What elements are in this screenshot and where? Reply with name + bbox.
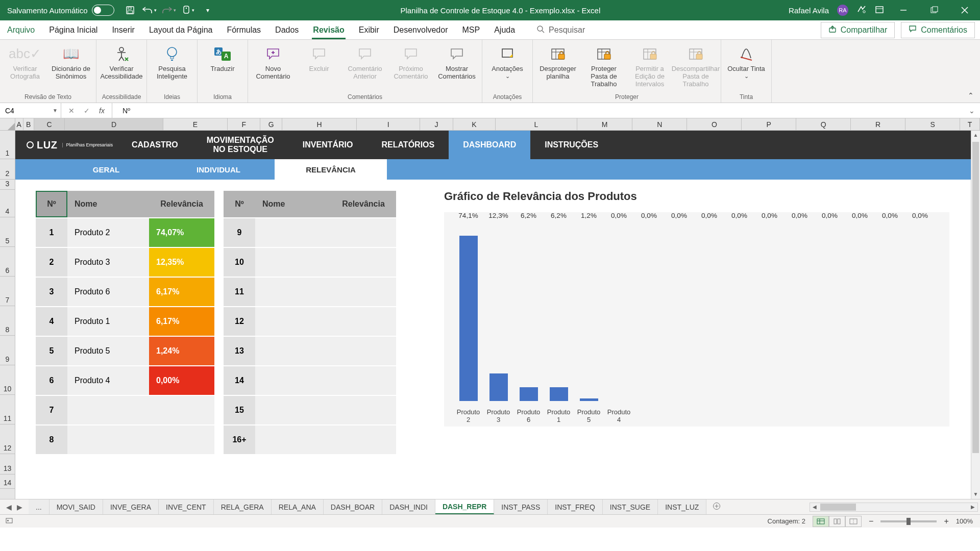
- dash-nav-dashboard[interactable]: DASHBOARD: [449, 131, 530, 159]
- row-index[interactable]: 14: [224, 366, 255, 395]
- qat-customize-icon[interactable]: ▾: [203, 6, 212, 15]
- col-header-S[interactable]: S: [905, 118, 960, 130]
- row-name[interactable]: Produto 4: [67, 366, 149, 395]
- row-value[interactable]: [149, 396, 214, 424]
- dash-subnav-individual[interactable]: INDIVIDUAL: [162, 159, 275, 180]
- row-value[interactable]: [331, 366, 396, 395]
- cmd-anotacoes[interactable]: Anotações⌄: [485, 43, 529, 92]
- zoom-slider[interactable]: [880, 520, 937, 522]
- row-value[interactable]: [331, 218, 396, 247]
- sheet-tab-inst_freq[interactable]: INST_FREQ: [548, 499, 603, 514]
- row-header-6[interactable]: 6: [0, 247, 15, 277]
- row-header-14[interactable]: 14: [0, 474, 15, 489]
- row-index[interactable]: 7: [36, 396, 67, 424]
- row-value[interactable]: 6,17%: [149, 278, 214, 306]
- row-name[interactable]: [255, 425, 331, 454]
- col-header-nome[interactable]: Nome: [67, 191, 149, 217]
- expand-formula-bar-icon[interactable]: ⌄: [964, 107, 980, 115]
- tab-dados[interactable]: Dados: [268, 20, 306, 39]
- row-index[interactable]: 3: [36, 278, 67, 306]
- tab-desenvolvedor[interactable]: Desenvolvedor: [386, 20, 455, 39]
- row-header-8[interactable]: 8: [0, 306, 15, 336]
- tab-nav-prev-icon[interactable]: ◀: [6, 503, 12, 511]
- tab-nav-next-icon[interactable]: ▶: [17, 503, 22, 511]
- row-value[interactable]: 6,17%: [149, 307, 214, 336]
- ribbon-display-icon[interactable]: [875, 5, 884, 16]
- dash-subnav-relevância[interactable]: RELEVÂNCIA: [275, 159, 387, 180]
- row-header-7[interactable]: 7: [0, 277, 15, 306]
- row-index[interactable]: 9: [224, 218, 255, 247]
- select-all-corner[interactable]: [0, 118, 15, 130]
- collapse-ribbon-icon[interactable]: ⌃: [968, 91, 974, 99]
- dash-nav-relat-rios[interactable]: RELATÓRIOS: [367, 131, 449, 159]
- row-index[interactable]: 15: [224, 396, 255, 424]
- col-header-relevancia[interactable]: Relevância: [331, 191, 396, 217]
- cmd-traduzir[interactable]: あATraduzir: [201, 43, 244, 92]
- row-value[interactable]: [331, 248, 396, 277]
- row-value[interactable]: 1,24%: [149, 337, 214, 365]
- col-header-T[interactable]: T: [960, 118, 980, 130]
- cmd-ocultar-tinta[interactable]: Ocultar Tinta⌄: [724, 43, 768, 92]
- dash-nav-cadastro[interactable]: CADASTRO: [117, 131, 192, 159]
- close-button[interactable]: [953, 0, 976, 20]
- coming-soon-icon[interactable]: [856, 5, 867, 16]
- col-header-K[interactable]: K: [453, 118, 496, 130]
- col-header-G[interactable]: G: [260, 118, 282, 130]
- grid-canvas[interactable]: LUZ Planilhas Empresariais CADASTROMOVIM…: [15, 131, 980, 499]
- sheet-tab-inve_gera[interactable]: INVE_GERA: [103, 499, 159, 514]
- col-header-R[interactable]: R: [851, 118, 905, 130]
- dash-nav-instru-es[interactable]: INSTRUÇÕES: [530, 131, 612, 159]
- cmd-mostrar-comentarios[interactable]: Mostrar Comentários: [435, 43, 479, 92]
- row-name[interactable]: Produto 6: [67, 278, 149, 306]
- autosave-toggle[interactable]: Salvamento Automático: [7, 5, 114, 16]
- tab-p-gina-inicial[interactable]: Página Inicial: [42, 20, 105, 39]
- row-name[interactable]: [67, 396, 149, 424]
- row-name[interactable]: [255, 248, 331, 277]
- tab-exibir[interactable]: Exibir: [352, 20, 386, 39]
- tab-msp[interactable]: MSP: [455, 20, 487, 39]
- row-value[interactable]: [331, 307, 396, 336]
- maximize-button[interactable]: [923, 0, 945, 20]
- row-header-1[interactable]: 1: [0, 131, 15, 159]
- view-normal-icon[interactable]: [813, 516, 829, 527]
- row-name[interactable]: [255, 396, 331, 424]
- row-header-10[interactable]: 10: [0, 365, 15, 395]
- sheet-tab-dash_boar[interactable]: DASH_BOAR: [324, 499, 382, 514]
- tab-inserir[interactable]: Inserir: [105, 20, 141, 39]
- col-header-O[interactable]: O: [687, 118, 742, 130]
- tab-f-rmulas[interactable]: Fórmulas: [219, 20, 268, 39]
- comments-button[interactable]: Comentários: [901, 22, 975, 38]
- cmd-dicionario-sinonimos[interactable]: 📖Dicionário de Sinônimos: [49, 43, 93, 92]
- row-name[interactable]: Produto 3: [67, 248, 149, 277]
- row-header-12[interactable]: 12: [0, 424, 15, 454]
- zoom-out-button[interactable]: −: [869, 517, 873, 526]
- formula-input[interactable]: Nº: [112, 107, 964, 115]
- col-header-B[interactable]: B: [23, 118, 34, 130]
- row-header-9[interactable]: 9: [0, 336, 15, 365]
- row-name[interactable]: Produto 2: [67, 218, 149, 247]
- view-switcher[interactable]: [813, 516, 862, 527]
- user-name[interactable]: Rafael Avila: [789, 6, 829, 15]
- row-index[interactable]: 13: [224, 337, 255, 365]
- horizontal-scrollbar[interactable]: ◀ ▶: [810, 503, 978, 512]
- fx-icon[interactable]: fx: [99, 107, 105, 115]
- vertical-scrollbar[interactable]: ▲ ▼: [971, 131, 980, 499]
- col-header-N[interactable]: N: [632, 118, 687, 130]
- dash-nav-movimenta-o-no-estoque[interactable]: MOVIMENTAÇÃONO ESTOQUE: [192, 131, 288, 159]
- col-header-C[interactable]: C: [34, 118, 65, 130]
- col-header-no[interactable]: Nº: [224, 191, 255, 217]
- name-box[interactable]: C4 ▼: [0, 103, 61, 118]
- cancel-formula-icon[interactable]: ✕: [68, 107, 75, 115]
- row-header-5[interactable]: 5: [0, 217, 15, 247]
- row-index[interactable]: 10: [224, 248, 255, 277]
- view-page-break-icon[interactable]: [845, 516, 862, 527]
- col-header-A[interactable]: A: [15, 118, 23, 130]
- col-header-H[interactable]: H: [282, 118, 357, 130]
- col-header-I[interactable]: I: [357, 118, 420, 130]
- sheet-tab-dash_indi[interactable]: DASH_INDI: [382, 499, 435, 514]
- col-header-Q[interactable]: Q: [796, 118, 851, 130]
- col-header-nome[interactable]: Nome: [255, 191, 331, 217]
- sheet-tab-inve_cent[interactable]: INVE_CENT: [159, 499, 214, 514]
- cmd-proteger-pasta[interactable]: Proteger Pasta de Trabalho: [582, 43, 626, 92]
- row-name[interactable]: [255, 307, 331, 336]
